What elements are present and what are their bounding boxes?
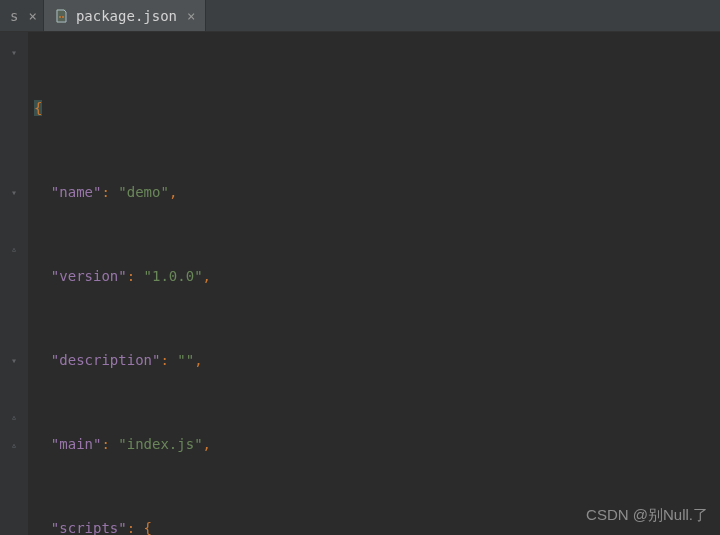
fold-down-icon[interactable]: ▾ [9, 47, 19, 57]
tab-previous[interactable]: s × [0, 0, 44, 31]
close-icon[interactable]: × [28, 8, 36, 24]
svg-point-1 [59, 16, 61, 18]
code-content[interactable]: { "name": "demo", "version": "1.0.0", "d… [28, 32, 720, 535]
json-file-icon [54, 8, 70, 24]
fold-up-icon[interactable]: ▵ [9, 243, 19, 253]
tab-package-json[interactable]: package.json × [44, 0, 207, 31]
tab-label: package.json [76, 8, 177, 24]
tab-bar: s × package.json × [0, 0, 720, 32]
svg-point-2 [62, 16, 64, 18]
brace-open: { [34, 100, 42, 116]
fold-down-icon[interactable]: ▾ [9, 355, 19, 365]
fold-up-icon[interactable]: ▵ [9, 411, 19, 421]
gutter: ▾ ▾ ▵ ▾ ▵ ▵ [0, 32, 28, 535]
close-icon[interactable]: × [187, 8, 195, 24]
editor-area: ▾ ▾ ▵ ▾ ▵ ▵ { "name": "demo", "version":… [0, 32, 720, 535]
fold-down-icon[interactable]: ▾ [9, 187, 19, 197]
fold-up-icon[interactable]: ▵ [9, 439, 19, 449]
close-icon[interactable]: s [10, 8, 18, 24]
